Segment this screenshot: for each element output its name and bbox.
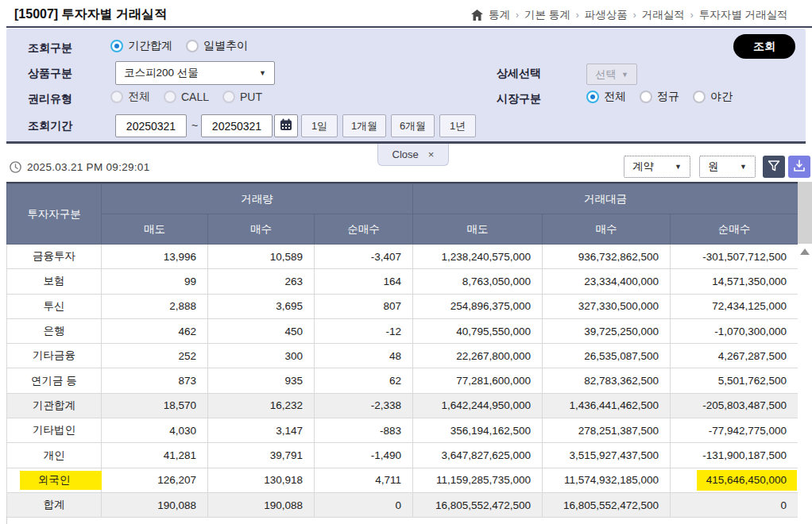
radio-icon[interactable] <box>186 40 199 52</box>
value-cell: 16,805,552,472,500 <box>413 492 543 517</box>
chevron-down-icon: ▼ <box>259 69 266 77</box>
value-text: 190,088 <box>157 499 196 511</box>
query-type-radio-group: 기간합계일별추이 <box>110 39 248 53</box>
data-timestamp: 2025.03.21 PM 09:29:01 <box>27 161 149 173</box>
value-text: 2,888 <box>169 300 196 312</box>
close-icon[interactable]: × <box>428 148 435 160</box>
radio-option[interactable]: 정규 <box>640 90 679 104</box>
value-cell: 130,918 <box>208 468 315 492</box>
unit-contract-select[interactable]: 계약 ▼ <box>624 156 690 178</box>
value-cell: -2,338 <box>315 393 413 418</box>
investor-type-cell: 합계 <box>7 492 102 517</box>
radio-option[interactable]: 전체 <box>586 90 626 104</box>
value-cell: 4,030 <box>102 418 208 443</box>
home-icon[interactable] <box>471 10 483 21</box>
radio-icon[interactable] <box>693 91 706 103</box>
scroll-up-icon[interactable] <box>800 249 810 255</box>
investor-type-text: 외국인 <box>38 474 71 486</box>
period-1day-button[interactable]: 1일 <box>301 114 338 137</box>
value-text: 8,763,050,000 <box>462 275 531 287</box>
radio-label: 전체 <box>128 90 150 104</box>
radio-option[interactable]: PUT <box>222 91 262 103</box>
value-text: 126,207 <box>157 474 196 486</box>
breadcrumb-item[interactable]: 기본 통계 <box>524 8 570 22</box>
value-cell: 190,088 <box>102 492 208 517</box>
investor-type-cell: 금융투자 <box>7 245 102 269</box>
value-cell: -205,803,487,500 <box>671 393 798 418</box>
value-text: -1,070,300,000 <box>714 326 787 337</box>
filter-button[interactable] <box>763 156 785 178</box>
value-cell: 16,805,552,472,500 <box>543 492 671 517</box>
value-text: 39,725,250,000 <box>584 326 659 337</box>
scrollbar-track[interactable] <box>798 244 812 524</box>
search-button[interactable]: 조회 <box>733 34 795 59</box>
radio-icon[interactable] <box>164 91 176 103</box>
radio-option[interactable]: 전체 <box>110 90 150 104</box>
value-cell: 11,159,285,735,000 <box>413 468 543 492</box>
radio-label: 일별추이 <box>203 39 248 53</box>
period-from-input[interactable] <box>115 114 187 137</box>
close-popup[interactable]: Close × <box>377 144 449 166</box>
radio-option[interactable]: 일별추이 <box>186 39 248 53</box>
value-text: 22,267,800,000 <box>456 350 531 362</box>
investor-type-cell: 기타법인 <box>7 418 102 443</box>
radio-icon[interactable] <box>222 91 235 103</box>
value-cell: 873 <box>102 368 208 393</box>
unit-currency-select[interactable]: 원 ▼ <box>699 156 756 178</box>
period-6month-button[interactable]: 6개월 <box>391 114 435 137</box>
value-cell: 3,695 <box>208 294 315 318</box>
breadcrumb-item[interactable]: 거래실적 <box>642 8 685 22</box>
col-header-volume-net: 순매수 <box>315 214 413 245</box>
radio-option[interactable]: CALL <box>164 91 209 103</box>
col-header-volume-sell: 매도 <box>102 214 208 245</box>
value-text: 39,791 <box>270 449 303 461</box>
breadcrumb-separator: › <box>516 10 519 21</box>
value-cell: 450 <box>208 318 315 343</box>
breadcrumb-item-current[interactable]: 투자자별 거래실적 <box>699 8 788 22</box>
period-1month-button[interactable]: 1개월 <box>342 114 386 137</box>
period-label: 조회기간 <box>28 119 72 133</box>
value-cell: 13,996 <box>102 245 208 269</box>
value-cell: 41,281 <box>102 443 208 468</box>
table-row: 기타법인4,0303,147-883356,194,162,500278,251… <box>7 418 798 443</box>
investor-type-cell: 은행 <box>7 318 102 343</box>
value-text: 263 <box>284 275 303 287</box>
calendar-button[interactable] <box>274 114 298 137</box>
value-text: 16,232 <box>270 399 303 411</box>
market-radio-group: 전체정규야간 <box>586 90 733 104</box>
radio-option[interactable]: 기간합계 <box>110 39 172 53</box>
investor-type-text: 기관합계 <box>33 399 75 411</box>
download-button[interactable] <box>788 156 810 178</box>
radio-icon[interactable] <box>640 91 652 103</box>
radio-icon[interactable] <box>110 91 123 103</box>
col-header-value-sell: 매도 <box>413 214 543 245</box>
value-text: 23,334,400,000 <box>584 275 659 287</box>
value-cell: 2,888 <box>102 294 208 318</box>
value-text: 935 <box>284 375 303 387</box>
product-select[interactable]: 코스피200 선물 ▼ <box>115 61 275 85</box>
investor-type-cell: 외국인 <box>7 468 102 492</box>
value-text: -3,407 <box>371 251 401 263</box>
breadcrumb-item[interactable]: 통계 <box>489 8 510 22</box>
value-text: 48 <box>389 350 401 362</box>
radio-selected-icon[interactable] <box>586 91 599 103</box>
investor-type-text: 기타법인 <box>33 424 75 436</box>
value-text: -301,507,712,500 <box>702 251 787 263</box>
radio-selected-icon[interactable] <box>110 40 123 52</box>
value-text: 82,783,362,500 <box>584 375 659 387</box>
close-popup-label: Close <box>392 148 419 160</box>
value-cell: 278,251,387,500 <box>543 418 671 443</box>
unit-currency-value: 원 <box>708 160 719 174</box>
detail-select[interactable]: 선택 ▼ <box>586 64 637 85</box>
breadcrumb-item[interactable]: 파생상품 <box>585 8 628 22</box>
table-body: 금융투자13,99610,589-3,4071,238,240,575,0009… <box>7 245 798 518</box>
period-to-input[interactable] <box>201 114 273 137</box>
value-cell: 39,791 <box>208 443 315 468</box>
value-text: 62 <box>389 375 401 387</box>
radio-option[interactable]: 야간 <box>693 90 733 104</box>
value-text: 252 <box>178 350 196 362</box>
value-cell: -883 <box>315 418 413 443</box>
value-text: 0 <box>781 499 787 511</box>
period-1year-button[interactable]: 1년 <box>439 114 476 137</box>
value-text: 130,918 <box>264 474 303 486</box>
